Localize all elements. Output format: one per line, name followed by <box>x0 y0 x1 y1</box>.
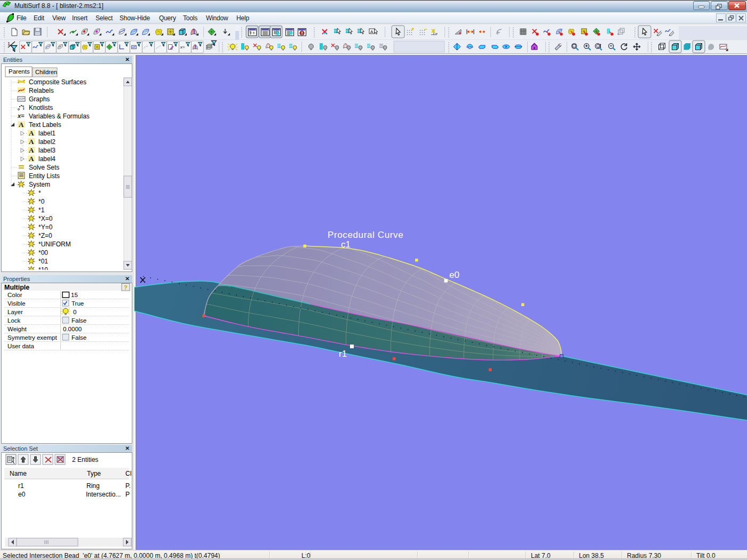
svg-text:Type: Type <box>87 470 101 477</box>
svg-text:r1: r1 <box>18 482 24 490</box>
svg-text:User data: User data <box>7 343 34 349</box>
svg-text:Q: Q <box>596 43 600 49</box>
svg-text:*UNIFORM: *UNIFORM <box>38 241 71 248</box>
svg-text:True: True <box>71 300 84 307</box>
svg-text:Relabels: Relabels <box>29 87 54 94</box>
svg-text:*00: *00 <box>38 249 48 257</box>
svg-text:Procedural Curve: Procedural Curve <box>328 230 403 240</box>
svg-text:*01: *01 <box>38 258 48 265</box>
svg-text:P: P <box>125 491 130 498</box>
svg-text:i: i <box>23 106 25 111</box>
svg-text:Parents: Parents <box>9 68 30 75</box>
svg-text:False: False <box>71 317 86 324</box>
svg-text:r1: r1 <box>339 349 347 359</box>
svg-text:?: ? <box>124 284 128 291</box>
svg-text:A: A <box>29 129 34 137</box>
svg-text:Children: Children <box>35 69 57 75</box>
svg-text:System: System <box>29 181 50 188</box>
svg-text:False: False <box>71 334 86 341</box>
svg-text:Cl: Cl <box>125 470 131 477</box>
svg-text:*Z=0: *Z=0 <box>38 232 52 239</box>
svg-text:A: A <box>29 138 34 146</box>
svg-text:Multiple: Multiple <box>4 284 29 291</box>
svg-text:Composite Surfaces: Composite Surfaces <box>29 78 86 86</box>
svg-text:c1: c1 <box>341 239 351 250</box>
svg-text:A: A <box>29 155 34 163</box>
svg-text:A: A <box>29 146 34 154</box>
svg-text:2 Entities: 2 Entities <box>72 456 98 463</box>
svg-text:Ring: Ring <box>86 482 100 490</box>
svg-text:Intersectio...: Intersectio... <box>86 491 121 498</box>
svg-text:Name: Name <box>10 470 27 477</box>
svg-text:label3: label3 <box>38 147 55 154</box>
svg-text:label1: label1 <box>38 130 55 137</box>
svg-text:Symmetry exempt: Symmetry exempt <box>7 334 57 341</box>
svg-text:A: A <box>19 121 24 129</box>
svg-text:Layer: Layer <box>7 309 23 315</box>
svg-text:label2: label2 <box>38 138 55 146</box>
svg-text:Text Labels: Text Labels <box>29 121 61 129</box>
svg-text:Graphs: Graphs <box>29 95 50 103</box>
svg-text:label4: label4 <box>38 155 55 163</box>
svg-text:*Y=0: *Y=0 <box>38 223 53 231</box>
svg-text:x=: x= <box>17 113 25 119</box>
svg-text:A: A <box>370 29 374 34</box>
svg-text:*X=0: *X=0 <box>38 215 53 222</box>
svg-text:x=: x= <box>180 45 185 50</box>
svg-text:e0: e0 <box>18 491 26 498</box>
svg-text:Color: Color <box>7 292 22 298</box>
svg-text:Solve Sets: Solve Sets <box>29 164 59 171</box>
svg-text:*10: *10 <box>38 266 48 274</box>
svg-text:*1: *1 <box>38 206 45 214</box>
svg-text:0.0000: 0.0000 <box>63 326 82 332</box>
svg-text:P.: P. <box>125 482 131 490</box>
svg-text:Visible: Visible <box>7 300 26 307</box>
svg-text:Lock: Lock <box>7 317 21 324</box>
svg-text:e0: e0 <box>449 270 459 280</box>
svg-text:Knotlists: Knotlists <box>29 104 53 111</box>
svg-text:Entity Lists: Entity Lists <box>29 172 60 180</box>
svg-text:Variables & Formulas: Variables & Formulas <box>29 113 90 120</box>
svg-text:*: * <box>38 189 41 197</box>
svg-text:*0: *0 <box>38 198 45 205</box>
svg-text:15: 15 <box>71 292 78 298</box>
svg-text:0: 0 <box>73 309 76 315</box>
svg-text:Weight: Weight <box>7 326 27 332</box>
